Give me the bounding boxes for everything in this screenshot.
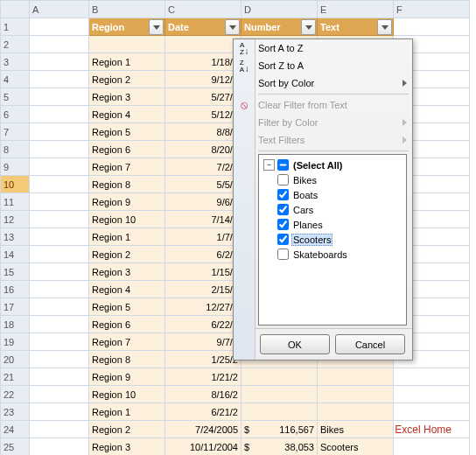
- cell-empty[interactable]: [30, 281, 89, 298]
- cell-region[interactable]: Region 7: [89, 333, 165, 351]
- cell-date[interactable]: 2/15/2: [165, 281, 242, 298]
- row-header-18[interactable]: 18: [1, 316, 30, 333]
- cell-date[interactable]: 1/7/2: [165, 228, 242, 246]
- column-header-F[interactable]: F: [394, 1, 470, 18]
- cell-empty[interactable]: [30, 36, 89, 53]
- row-header-20[interactable]: 20: [1, 351, 30, 368]
- row-header-22[interactable]: 22: [1, 386, 30, 403]
- cell-empty[interactable]: [394, 368, 470, 386]
- cell-region[interactable]: Region 6: [89, 316, 165, 333]
- cell-date[interactable]: 6/21/2: [165, 403, 242, 421]
- cell-region[interactable]: Region 1: [89, 228, 165, 246]
- cell-date[interactable]: 7/24/2005: [165, 421, 242, 438]
- row-header-15[interactable]: 15: [1, 263, 30, 281]
- cancel-button[interactable]: Cancel: [335, 334, 405, 354]
- column-header-E[interactable]: E: [318, 1, 394, 18]
- cell-date[interactable]: 1/21/2: [165, 368, 242, 386]
- row-header-9[interactable]: 9: [1, 158, 30, 176]
- cell-region[interactable]: Region 10: [89, 211, 165, 228]
- cell-date[interactable]: 9/6/2: [165, 193, 242, 211]
- select-all-cell[interactable]: [1, 1, 30, 18]
- cell-date[interactable]: 5/27/2: [165, 88, 242, 106]
- row-header-13[interactable]: 13: [1, 228, 30, 246]
- cell-date[interactable]: 8/20/2: [165, 141, 242, 158]
- cell-region[interactable]: Region 1: [89, 53, 165, 71]
- cell-region[interactable]: Region 6: [89, 141, 165, 158]
- table-header-text[interactable]: Text: [318, 18, 394, 36]
- cell-empty[interactable]: [30, 228, 89, 246]
- cell-date[interactable]: 6/2/2: [165, 246, 242, 263]
- menu-sort-descending[interactable]: ZA Sort Z to A: [234, 57, 412, 74]
- row-header-1[interactable]: 1: [1, 18, 30, 36]
- cell-text[interactable]: Scooters: [318, 438, 394, 456]
- filter-item-checkbox[interactable]: [277, 219, 289, 230]
- row-header-3[interactable]: 3: [1, 53, 30, 71]
- cell-empty[interactable]: [30, 53, 89, 71]
- cell-number[interactable]: [242, 403, 318, 421]
- cell-empty[interactable]: [30, 438, 89, 456]
- cell-empty[interactable]: [30, 351, 89, 368]
- cell-empty[interactable]: [394, 403, 470, 421]
- cell-empty[interactable]: [30, 263, 89, 281]
- table-header-region[interactable]: Region: [89, 18, 165, 36]
- cell-region[interactable]: Region 5: [89, 123, 165, 141]
- cell-region[interactable]: Region 3: [89, 438, 165, 456]
- table-header-number[interactable]: Number: [242, 18, 318, 36]
- column-header-C[interactable]: C: [165, 1, 242, 18]
- cell-number[interactable]: $116,567: [242, 421, 318, 438]
- filter-item-row[interactable]: Scooters: [262, 232, 403, 247]
- row-header-11[interactable]: 11: [1, 193, 30, 211]
- row-header-25[interactable]: 25: [1, 438, 30, 456]
- cell-empty[interactable]: [394, 18, 470, 36]
- filter-item-row[interactable]: Planes: [262, 217, 403, 232]
- cell-date[interactable]: 7/2/2: [165, 158, 242, 176]
- row-header-4[interactable]: 4: [1, 71, 30, 88]
- cell-empty[interactable]: [30, 211, 89, 228]
- cell-empty[interactable]: [30, 106, 89, 123]
- cell-date[interactable]: 1/15/2: [165, 263, 242, 281]
- cell-text[interactable]: [318, 386, 394, 403]
- cell-text[interactable]: [318, 368, 394, 386]
- cell-date[interactable]: 10/11/2004: [165, 438, 242, 456]
- filter-select-all-row[interactable]: − (Select All): [262, 158, 403, 172]
- cell-region[interactable]: Region 5: [89, 298, 165, 316]
- filter-item-row[interactable]: Cars: [262, 202, 403, 217]
- row-header-24[interactable]: 24: [1, 421, 30, 438]
- cell-empty[interactable]: [394, 386, 470, 403]
- cell-empty[interactable]: [30, 123, 89, 141]
- row-header-5[interactable]: 5: [1, 88, 30, 106]
- filter-dropdown-button[interactable]: [377, 19, 392, 35]
- cell-region[interactable]: Region 1: [89, 403, 165, 421]
- cell-empty[interactable]: [30, 368, 89, 386]
- row-header-8[interactable]: 8: [1, 141, 30, 158]
- cell-number[interactable]: [242, 368, 318, 386]
- row-header-19[interactable]: 19: [1, 333, 30, 351]
- filter-item-checkbox[interactable]: [277, 248, 289, 260]
- filter-item-checkbox[interactable]: [277, 174, 289, 186]
- cell-region[interactable]: Region 7: [89, 158, 165, 176]
- cell-date[interactable]: 8/16/2: [165, 386, 242, 403]
- filter-item-checkbox[interactable]: [277, 234, 289, 245]
- cell-region[interactable]: Region 10: [89, 386, 165, 403]
- collapse-icon[interactable]: −: [263, 159, 275, 171]
- row-header-17[interactable]: 17: [1, 298, 30, 316]
- cell-date[interactable]: 9/7/2: [165, 333, 242, 351]
- cell-region[interactable]: Region 4: [89, 106, 165, 123]
- cell-empty[interactable]: [30, 176, 89, 193]
- cell-date[interactable]: 7/14/2: [165, 211, 242, 228]
- row-header-6[interactable]: 6: [1, 106, 30, 123]
- cell-date[interactable]: 12/27/2: [165, 298, 242, 316]
- cell-empty[interactable]: [30, 246, 89, 263]
- cell-empty[interactable]: [30, 298, 89, 316]
- cell-empty[interactable]: [30, 403, 89, 421]
- ok-button[interactable]: OK: [260, 334, 330, 354]
- cell-date[interactable]: 1/25/2: [165, 351, 242, 368]
- row-header-12[interactable]: 12: [1, 211, 30, 228]
- cell-region[interactable]: Region 4: [89, 281, 165, 298]
- cell-empty[interactable]: [30, 193, 89, 211]
- row-header-23[interactable]: 23: [1, 403, 30, 421]
- filter-item-row[interactable]: Bikes: [262, 172, 403, 187]
- cell-region[interactable]: Region 3: [89, 263, 165, 281]
- cell-date[interactable]: 1/18/2: [165, 53, 242, 71]
- column-header-A[interactable]: A: [30, 1, 89, 18]
